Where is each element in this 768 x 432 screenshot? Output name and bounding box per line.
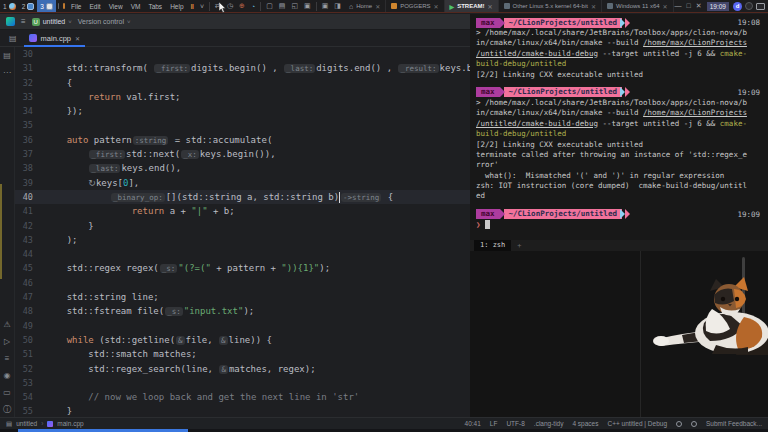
status-item[interactable]: C++ untitled | Debug (607, 420, 667, 427)
layout-bottom-icon[interactable]: ▤ (276, 2, 289, 10)
vm-tab-list: ⌂Home✕POGGERS✕▶STREAM!✕Other Linux 5.x k… (344, 0, 674, 13)
line-number[interactable]: 41 (15, 204, 45, 218)
unlock-icon[interactable] (676, 421, 682, 427)
close-icon[interactable]: ✕ (434, 3, 439, 10)
status-item[interactable]: UTF-8 (506, 420, 524, 427)
unity-icon[interactable]: ▣ (301, 2, 314, 10)
display-icon[interactable] (756, 3, 765, 10)
line-number[interactable]: 50 (15, 333, 45, 347)
terminal-tab-bar: 1: zsh + (470, 240, 768, 251)
vm-folder-icon[interactable] (63, 3, 65, 9)
vm-tab-poggers[interactable]: POGGERS✕ (386, 0, 444, 13)
line-number[interactable]: 52 (15, 362, 45, 376)
status-item[interactable]: 4 spaces (572, 420, 598, 427)
line-number[interactable]: 44 (15, 247, 45, 261)
line-number[interactable]: 30 (15, 47, 45, 61)
close-icon[interactable]: ✕ (663, 3, 668, 10)
workspace-3[interactable]: 3 (37, 0, 56, 13)
tab-main-cpp[interactable]: main.cpp ✕ (22, 30, 87, 47)
terminal-pane-empty[interactable] (470, 251, 768, 417)
workspace-1[interactable]: 1 (0, 0, 19, 13)
close-icon[interactable]: ✕ (488, 3, 493, 10)
line-number[interactable]: 35 (15, 118, 45, 132)
terminal-icon[interactable]: ▭ (3, 384, 11, 401)
line-number[interactable]: 37 (15, 147, 45, 161)
line-number[interactable]: 48 (15, 304, 45, 318)
maximize-icon[interactable]: □ (686, 2, 692, 10)
line-number[interactable]: 53 (15, 376, 45, 390)
record-icon[interactable] (745, 2, 753, 10)
new-tab-icon[interactable]: + (517, 242, 521, 250)
line-number[interactable]: 51 (15, 347, 45, 361)
monitor-icon (27, 3, 34, 10)
close-icon[interactable]: ✕ (75, 35, 80, 42)
menu-help[interactable]: Help (166, 3, 187, 10)
status-item[interactable]: Submit Feedback... (706, 420, 762, 427)
menu-view[interactable]: View (105, 3, 127, 10)
main-menu-icon[interactable]: ≡ (21, 17, 26, 26)
tray-app-icon[interactable] (58, 3, 60, 9)
line-number[interactable]: 40 (15, 190, 45, 204)
fullscreen-icon[interactable]: ◱ (288, 2, 301, 10)
thumbnail-icon[interactable]: ◨ (331, 2, 344, 10)
gauge-icon[interactable]: ◔ (248, 3, 258, 10)
menu-vm[interactable]: VM (127, 3, 145, 10)
vm-tab-stream-[interactable]: ▶STREAM!✕ (445, 0, 499, 13)
line-number[interactable]: 31 (15, 61, 45, 75)
console-icon[interactable]: ▣ (319, 2, 332, 10)
terminal-window[interactable]: max~/CLionProjects/untitled19:08> /home/… (470, 14, 768, 417)
menu-edit[interactable]: Edit (85, 3, 104, 10)
info-icon[interactable]: ⓘ (3, 401, 11, 418)
window-layout-icon[interactable]: ▤ (6, 420, 12, 428)
line-number[interactable]: 46 (15, 276, 45, 290)
line-number[interactable]: 33 (15, 90, 45, 104)
run-icon[interactable]: ▷ (4, 333, 10, 350)
prompt-arrow-icon (625, 209, 630, 219)
menu-file[interactable]: File (67, 3, 85, 10)
snapshot-icon[interactable]: ⊕ (236, 2, 248, 10)
line-number[interactable]: 43 (15, 233, 45, 247)
minimize-icon[interactable]: — (674, 2, 683, 10)
problems-icon[interactable]: ⚠ (3, 316, 10, 333)
vcs-selector[interactable]: Version control ˅ (78, 18, 131, 25)
line-number[interactable]: 34 (15, 104, 45, 118)
line-number[interactable]: 45 (15, 261, 45, 275)
discord-icon[interactable]: d (733, 2, 742, 11)
menu-tabs[interactable]: Tabs (144, 3, 166, 10)
more-icon[interactable]: ⋯ (3, 64, 11, 81)
status-file[interactable]: main.cpp (57, 420, 83, 427)
terminal-tab-zsh[interactable]: 1: zsh (474, 240, 511, 251)
status-project[interactable]: untitled (16, 420, 37, 427)
caret-down-icon[interactable]: ˅ (197, 3, 207, 10)
terminal-output[interactable]: max~/CLionProjects/untitled19:08> /home/… (470, 14, 768, 240)
vm-tab-other-linux-5-x-kernel-64-bit[interactable]: Other Linux 5.x kernel 64-bit✕ (499, 0, 602, 13)
close-icon[interactable]: ✕ (695, 2, 703, 10)
debug-icon[interactable]: ◉ (4, 367, 11, 384)
status-item[interactable]: LF (490, 420, 498, 427)
pause-icon[interactable]: ‖ (188, 3, 197, 10)
line-number[interactable]: 47 (15, 290, 45, 304)
todo-icon[interactable]: ≡ (5, 350, 10, 367)
vm-tab-windows-11-x64[interactable]: Windows 11 x64✕ (602, 0, 674, 13)
close-icon[interactable]: ✕ (591, 3, 596, 10)
close-icon[interactable]: ✕ (375, 3, 380, 10)
line-number[interactable]: 38 (15, 161, 45, 175)
prompt-time: 19:09 (737, 210, 760, 219)
project-tree-icon[interactable]: ▤ (4, 34, 22, 43)
line-number[interactable]: 39 (15, 176, 45, 190)
line-number[interactable]: 54 (15, 390, 45, 404)
status-item[interactable]: 40:41 (465, 420, 481, 427)
terminal-line: terminate called after throwing an insta… (476, 150, 768, 160)
line-number[interactable]: 32 (15, 76, 45, 90)
layout-columns-icon[interactable]: ▢ (263, 2, 276, 10)
notifications-icon[interactable] (691, 421, 697, 427)
status-item[interactable]: .clang-tidy (534, 420, 564, 427)
workspace-2[interactable]: 2 (19, 0, 38, 13)
line-number[interactable]: 36 (15, 133, 45, 147)
line-number[interactable]: 55 (15, 404, 45, 418)
project-selector[interactable]: U untitled ˅ (32, 18, 72, 26)
line-number[interactable]: 49 (15, 319, 45, 333)
project-icon[interactable]: ▤ (3, 47, 11, 64)
line-number[interactable]: 42 (15, 219, 45, 233)
vm-tab-home[interactable]: ⌂Home✕ (344, 0, 386, 13)
